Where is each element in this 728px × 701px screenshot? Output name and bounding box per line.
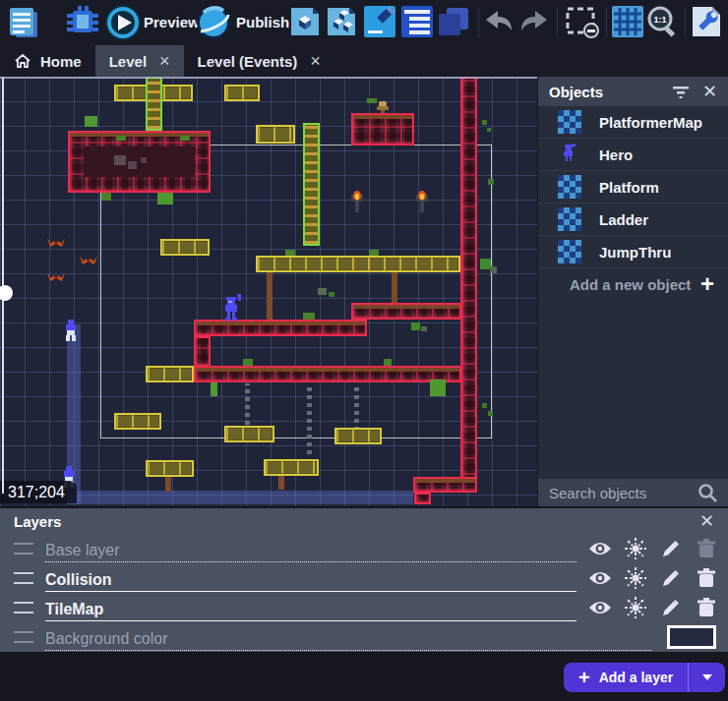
foliage-decor <box>211 382 217 396</box>
object-icon[interactable] <box>289 6 321 37</box>
brick-platform-tiles[interactable] <box>351 113 414 146</box>
search-objects-field[interactable]: Search objects <box>538 479 728 506</box>
delete-trash-icon[interactable] <box>695 539 718 558</box>
filter-icon[interactable] <box>673 86 689 98</box>
layer-row-collision: Collision <box>0 563 728 593</box>
brick-platform-tiles[interactable] <box>194 366 461 382</box>
hero-sprite[interactable] <box>223 294 243 321</box>
tab-level-events[interactable]: Level (Events) × <box>184 45 334 77</box>
search-icon <box>698 483 717 502</box>
crate-tiles[interactable] <box>264 459 319 476</box>
foliage-decor <box>487 128 491 132</box>
external-layout-icon[interactable] <box>437 6 470 37</box>
ladder-tiles[interactable] <box>303 123 320 246</box>
delete-trash-icon[interactable] <box>695 568 718 588</box>
close-icon[interactable]: ✕ <box>699 512 714 530</box>
bat-sprite[interactable] <box>47 237 65 248</box>
crate-tiles[interactable] <box>256 125 295 144</box>
visibility-eye-icon[interactable] <box>588 600 612 615</box>
add-layer-button[interactable]: + Add a layer <box>564 663 688 692</box>
edit-pencil-icon[interactable] <box>659 568 683 588</box>
tab-label: Level (Events) <box>198 53 298 70</box>
horizontal-scrollbar[interactable] <box>0 77 537 79</box>
brick-platform-tiles[interactable] <box>460 77 477 493</box>
swimmer-sprite[interactable] <box>64 320 78 341</box>
add-icon[interactable]: + <box>700 272 714 296</box>
redo-icon[interactable] <box>519 9 549 34</box>
publish-button[interactable]: Publish <box>236 14 289 30</box>
tools-wrench-icon[interactable] <box>691 5 722 38</box>
edit-pencil-icon[interactable] <box>659 539 683 558</box>
clear-selection-icon[interactable] <box>565 7 600 39</box>
visibility-eye-icon[interactable] <box>588 570 612 586</box>
preview-play-icon[interactable] <box>104 4 142 41</box>
debugger-icon[interactable] <box>65 5 100 38</box>
mushroom-sprite[interactable] <box>376 101 390 113</box>
crate-tiles[interactable] <box>160 239 210 256</box>
crate-tiles[interactable] <box>114 413 161 430</box>
torch-sprite[interactable] <box>414 191 430 214</box>
edit-pencil-icon[interactable] <box>659 598 683 617</box>
object-item-label: Ladder <box>599 211 648 228</box>
close-icon[interactable]: × <box>159 52 170 70</box>
layers-panel-title: Layers <box>14 513 61 530</box>
object-item-label: Hero <box>599 146 633 163</box>
add-object-row[interactable]: Add a new object + <box>538 268 728 300</box>
tab-level[interactable]: Level × <box>95 45 184 77</box>
object-item-ladder[interactable]: Ladder <box>538 204 728 236</box>
close-icon[interactable]: ✕ <box>702 83 717 100</box>
close-icon[interactable]: × <box>310 52 321 70</box>
effects-icon[interactable] <box>624 567 647 589</box>
layer-row-background-color: Background color <box>0 622 728 652</box>
toolbar-separator <box>685 8 686 37</box>
bat-sprite[interactable] <box>47 271 65 282</box>
vertical-scrollbar-thumb[interactable] <box>0 285 13 301</box>
background-color-swatch[interactable] <box>667 625 716 649</box>
brick-platform-tiles[interactable] <box>414 493 431 504</box>
drag-handle-icon[interactable] <box>14 602 33 613</box>
object-item-hero[interactable]: Hero <box>538 139 728 171</box>
add-layer-dropdown-button[interactable] <box>688 663 725 692</box>
brick-platform-tiles[interactable] <box>194 336 211 367</box>
visibility-eye-icon[interactable] <box>588 541 612 556</box>
brick-platform-tiles[interactable] <box>413 477 477 493</box>
effects-icon[interactable] <box>624 597 647 618</box>
object-item-platform[interactable]: Platform <box>538 171 728 204</box>
publish-icon[interactable] <box>195 4 232 41</box>
effects-icon[interactable] <box>624 538 647 559</box>
delete-trash-icon[interactable] <box>695 598 718 617</box>
ladder-tiles[interactable] <box>146 77 162 131</box>
crate-tiles[interactable] <box>224 85 260 101</box>
bat-sprite[interactable] <box>80 255 97 265</box>
project-manager-icon[interactable] <box>8 6 39 39</box>
zoom-1-1-icon[interactable]: 1:1 <box>645 5 679 38</box>
preview-button[interactable]: Preview <box>144 14 200 30</box>
crate-tiles[interactable] <box>334 428 382 444</box>
objects-panel-spacer <box>538 300 728 479</box>
foliage-decor <box>101 193 111 201</box>
grid-icon[interactable] <box>612 6 643 37</box>
scene-canvas[interactable]: 317;204 <box>0 77 537 506</box>
crate-tiles[interactable] <box>256 256 460 272</box>
foliage-decor <box>141 157 147 163</box>
edit-scene-icon[interactable] <box>364 6 395 37</box>
layer-name-field[interactable]: Collision <box>45 565 576 592</box>
foliage-decor <box>85 116 97 127</box>
layer-name-field[interactable]: Base layer <box>45 536 576 562</box>
crate-tiles[interactable] <box>224 426 274 442</box>
brick-platform-tiles[interactable] <box>351 303 461 320</box>
tab-home[interactable]: Home <box>0 45 95 77</box>
drag-handle-icon[interactable] <box>14 543 33 555</box>
object-group-icon[interactable] <box>326 6 357 37</box>
hero-sprite-icon <box>558 144 581 166</box>
object-item-platformermap[interactable]: PlatformerMap <box>538 106 728 139</box>
torch-sprite[interactable] <box>349 191 365 214</box>
layer-name-field[interactable]: TileMap <box>45 595 576 621</box>
undo-icon[interactable] <box>484 9 514 34</box>
object-item-jumpthru[interactable]: JumpThru <box>538 236 728 268</box>
drag-handle-icon[interactable] <box>14 572 33 584</box>
events-sheet-icon[interactable] <box>401 6 433 37</box>
crate-tiles[interactable] <box>146 366 194 382</box>
brick-platform-tiles[interactable] <box>194 320 367 336</box>
crate-tiles[interactable] <box>146 460 194 477</box>
